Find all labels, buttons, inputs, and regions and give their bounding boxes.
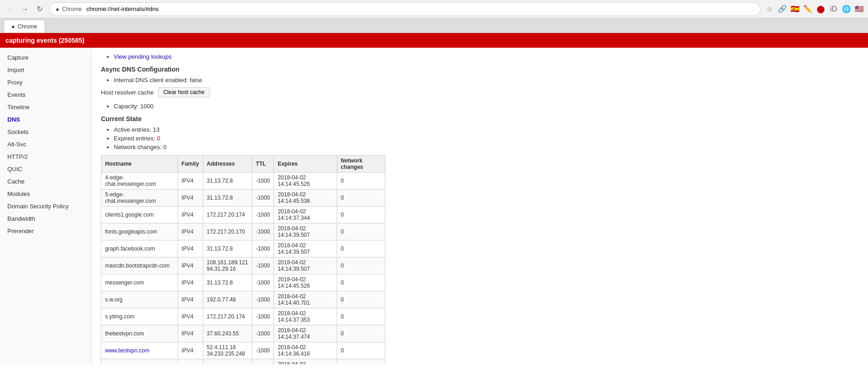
chrome-icon: ●: [56, 6, 59, 13]
cell-hostname: graph.facebook.com: [101, 240, 178, 257]
network-changes: Network changes: 0: [114, 144, 859, 151]
url-input[interactable]: [86, 6, 755, 12]
address-bar[interactable]: ● Chrome: [50, 2, 761, 16]
sidebar-item-timeline[interactable]: Timeline: [0, 101, 91, 113]
ext4-icon: iD: [829, 4, 839, 14]
host-resolver-label: Host resolver cache: [101, 89, 154, 96]
col-family: Family: [178, 156, 203, 173]
cell-changes: 0: [337, 291, 385, 308]
hostname-link[interactable]: www.bestvpn.com: [105, 347, 150, 354]
col-expires: Expires: [274, 156, 337, 173]
cell-family: IPV4: [178, 291, 203, 308]
back-button[interactable]: ←: [4, 3, 17, 16]
tab-favicon: ●: [11, 23, 15, 30]
top-links: View pending lookups: [101, 53, 859, 60]
cell-addresses: 31.13.72.8: [203, 274, 252, 291]
table-row: 5-edge-chat.messenger.com IPV4 31.13.72.…: [101, 190, 385, 206]
table-row: maxcdn.bootstrapcdn.com IPV4 108.161.189…: [101, 257, 385, 274]
async-dns-item: Internal DNS client enabled: false: [114, 77, 859, 84]
sidebar-item-cache[interactable]: Cache: [0, 175, 91, 188]
table-row: s.ytimg.com IPV4 172.217.20.174 -1000 20…: [101, 308, 385, 325]
table-row: www.bestvpn.com IPV4 52.4.111.18 34.233.…: [101, 342, 385, 359]
cell-hostname: 5-edge-chat.messenger.com: [101, 190, 178, 206]
sidebar-item-quic[interactable]: QUIC: [0, 163, 91, 175]
cell-changes: 0: [337, 257, 385, 274]
cell-expires: 2018-04-02 14:14:37.353: [274, 308, 337, 325]
cell-ttl: -1000: [252, 359, 274, 365]
capacity-list: Capacity: 1000: [101, 103, 859, 110]
sidebar-item-sockets[interactable]: Sockets: [0, 126, 91, 138]
clear-host-cache-button[interactable]: Clear host cache: [158, 87, 210, 97]
sidebar-item-dns[interactable]: DNS: [0, 113, 91, 126]
table-row: messenger.com IPV4 31.13.72.8 -1000 2018…: [101, 274, 385, 291]
ext3-icon: ⬤: [816, 4, 826, 14]
cell-addresses: 31.13.72.8: [203, 173, 252, 190]
cell-ttl: -1000: [252, 173, 274, 190]
cell-changes: 0: [337, 325, 385, 342]
state-list: Active entries: 13 Expired entries: 0 Ne…: [101, 126, 859, 151]
active-tab[interactable]: ● Chrome: [4, 20, 45, 33]
ext1-icon: 🇪🇸: [790, 4, 800, 14]
extensions-icon[interactable]: 🔗: [777, 4, 787, 14]
forward-button[interactable]: →: [18, 3, 31, 16]
col-addresses: Addresses: [203, 156, 252, 173]
sidebar-item-proxy[interactable]: Proxy: [0, 76, 91, 89]
cell-hostname: thebestvpn.com: [101, 325, 178, 342]
host-resolver-row: Host resolver cache Clear host cache: [101, 87, 859, 97]
cell-hostname: s.ytimg.com: [101, 308, 178, 325]
reload-button[interactable]: ↻: [33, 3, 46, 16]
cell-changes: 0: [337, 206, 385, 223]
cell-changes: 0: [337, 359, 385, 365]
cell-hostname: messenger.com: [101, 274, 178, 291]
ext2-icon: ✏️: [803, 4, 813, 14]
cell-addresses: 31.13.72.8: [203, 190, 252, 206]
cell-hostname: maxcdn.bootstrapcdn.com: [101, 257, 178, 274]
cell-addresses: 172.217.20.174: [203, 308, 252, 325]
cell-changes: 0: [337, 342, 385, 359]
col-network-changes: Network changes: [337, 156, 385, 173]
capacity-item: Capacity: 1000: [114, 103, 859, 110]
cell-addresses: 52.4.111.18 34.233.235.248: [203, 342, 252, 359]
sidebar-item-modules[interactable]: Modules: [0, 188, 91, 200]
cell-addresses: 31.13.72.8: [203, 359, 252, 365]
table-row: thebestvpn.com IPV4 37.60.243.55 -1000 2…: [101, 325, 385, 342]
cell-changes: 0: [337, 274, 385, 291]
tab-bar: ● Chrome: [0, 18, 868, 33]
cell-expires: 2018-04-02 14:14:40.701: [274, 291, 337, 308]
tab-label: Chrome: [62, 6, 82, 12]
expired-entries: Expired entries: 0: [114, 135, 859, 142]
cell-changes: 0: [337, 190, 385, 206]
view-pending-lookups-link[interactable]: View pending lookups: [114, 53, 172, 60]
bookmark-icon[interactable]: ☆: [764, 4, 774, 14]
cell-ttl: -1000: [252, 291, 274, 308]
sidebar-item-dsp[interactable]: Domain Security Policy: [0, 200, 91, 212]
sidebar-item-events[interactable]: Events: [0, 89, 91, 101]
cell-expires: 2018-04-02 14:14:37.344: [274, 206, 337, 223]
cell-family: IPV4: [178, 359, 203, 365]
cell-addresses: 172.217.20.170: [203, 223, 252, 240]
table-row: www.messenger.com IPV4 31.13.72.8 -1000 …: [101, 359, 385, 365]
async-dns-list: Internal DNS client enabled: false: [101, 77, 859, 84]
cell-family: IPV4: [178, 240, 203, 257]
cell-addresses: 37.60.243.55: [203, 325, 252, 342]
toolbar-icons: ☆ 🔗 🇪🇸 ✏️ ⬤ iD 🌐 🇺🇸: [764, 4, 864, 14]
sidebar-item-import[interactable]: Import: [0, 64, 91, 76]
cell-ttl: -1000: [252, 274, 274, 291]
cell-hostname: www.messenger.com: [101, 359, 178, 365]
sidebar-item-http2[interactable]: HTTP/2: [0, 151, 91, 163]
cell-addresses: 31.13.72.8: [203, 240, 252, 257]
cell-ttl: -1000: [252, 342, 274, 359]
sidebar-item-bandwidth[interactable]: Bandwidth: [0, 212, 91, 225]
sidebar-item-alt-svc[interactable]: Alt-Svc: [0, 138, 91, 151]
cell-changes: 0: [337, 308, 385, 325]
browser-bar: ← → ↻ ● Chrome ☆ 🔗 🇪🇸 ✏️ ⬤ iD 🌐 🇺🇸: [0, 0, 868, 18]
col-hostname: Hostname: [101, 156, 178, 173]
col-ttl: TTL: [252, 156, 274, 173]
cell-family: IPV4: [178, 342, 203, 359]
cell-changes: 0: [337, 173, 385, 190]
sidebar-item-capture[interactable]: Capture: [0, 51, 91, 64]
cell-hostname: 4-edge-chat.messenger.com: [101, 173, 178, 190]
cell-family: IPV4: [178, 206, 203, 223]
cell-changes: 0: [337, 240, 385, 257]
sidebar-item-prerender[interactable]: Prerender: [0, 225, 91, 237]
